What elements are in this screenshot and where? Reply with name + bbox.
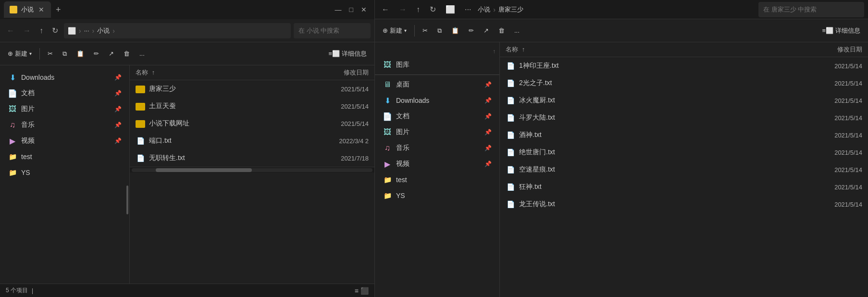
sidebar-item-ys[interactable]: 📁 YS [2, 165, 127, 180]
right-sidebar-ys[interactable]: 📁 YS [377, 188, 497, 203]
left-tab-close-button[interactable]: ✕ [37, 6, 45, 13]
right-txt-icon-9: 📄 [506, 199, 515, 209]
copy-icon: ⧉ [62, 50, 67, 58]
close-window-button[interactable]: ✕ [361, 6, 367, 13]
file-row-guangzhizi[interactable]: 📄 2光之子.txt 2021/5/14 [500, 74, 868, 92]
right-pin-pics: 📌 [484, 129, 492, 136]
right-sidebar-pics[interactable]: 🖼 图片 📌 [377, 124, 497, 140]
monitor-icon: ⬜ [68, 27, 76, 35]
right-txt-icon-3: 📄 [506, 96, 515, 105]
right-video-icon: ▶ [383, 159, 392, 169]
back-button[interactable]: ← [4, 25, 17, 37]
right-sidebar-test[interactable]: 📁 test [377, 172, 497, 187]
left-content-area: ⬇ Downloads 📌 📄 文档 📌 🖼 图片 📌 ♫ 音乐 📌 ▶ [0, 65, 374, 284]
delete-button[interactable]: 🗑 [120, 48, 134, 59]
right-pics-icon: 🖼 [383, 127, 392, 137]
cut-button[interactable]: ✂ [44, 48, 57, 59]
right-rename-button[interactable]: ✏ [465, 25, 478, 36]
right-sidebar-label-pics: 图片 [396, 128, 481, 136]
file-row-tudoutianchan[interactable]: 土豆天蚕 2021/5/14 [130, 98, 374, 115]
right-forward-button[interactable]: → [396, 3, 409, 16]
right-file-header: 名称 ↑ 修改日期 [500, 42, 868, 57]
right-new-button[interactable]: ⊕ 新建 ▾ [379, 25, 410, 37]
right-docs-icon: 📄 [383, 111, 392, 121]
right-cut-button[interactable]: ✂ [419, 25, 432, 36]
more-icon: ... [139, 50, 145, 57]
more-button[interactable]: ... [136, 48, 149, 59]
right-back-button[interactable]: ← [379, 3, 392, 16]
left-search-input[interactable] [294, 23, 371, 38]
breadcrumb-current: 小说 [97, 26, 110, 35]
left-hscrollbar[interactable] [130, 167, 374, 173]
copy-button[interactable]: ⧉ [59, 48, 71, 60]
share-button[interactable]: ↗ [105, 48, 118, 59]
right-monitor-button[interactable]: ⬜ [443, 3, 458, 16]
delete-icon: 🗑 [124, 50, 130, 57]
sidebar-item-music[interactable]: ♫ 音乐 📌 [2, 117, 127, 133]
file-row-duankou[interactable]: 📄 端口.txt 2022/3/4 2 [130, 132, 374, 149]
right-paste-button[interactable]: 📋 [447, 25, 463, 36]
right-refresh-button[interactable]: ↻ [427, 3, 439, 16]
left-tab[interactable]: 小说 ✕ [4, 1, 51, 18]
file-row-wuzhizhuansheng[interactable]: 📄 无职转生.txt 2021/7/18 [130, 149, 374, 167]
left-view-icons: ≡ ⬛ [355, 287, 369, 295]
left-toolbar: ⊕ 新建 ▾ ✂ ⧉ 📋 ✏ ↗ 🗑 ... ≡⬜ 详细信息 [0, 42, 374, 65]
right-pin-downloads: 📌 [484, 97, 492, 104]
right-more-btn[interactable]: ··· [462, 3, 474, 16]
tiles-view-button[interactable]: ⬛ [360, 287, 369, 295]
right-sidebar-label-ys: YS [396, 192, 492, 199]
right-sidebar-video[interactable]: ▶ 视频 📌 [377, 156, 497, 172]
right-sidebar-docs[interactable]: 📄 文档 📌 [377, 109, 497, 124]
details-button[interactable]: ≡⬜ 详细信息 [324, 48, 371, 60]
right-copy-button[interactable]: ⧉ [434, 25, 446, 37]
right-up-button[interactable]: ↑ [413, 3, 423, 16]
right-sidebar-gallery[interactable]: 🖼 图库 [377, 57, 497, 73]
file-row-shenyinwangzuo[interactable]: 📄 1神印王座.txt 2021/5/14 [500, 57, 868, 74]
right-sidebar-desktop[interactable]: 🖥 桌面 📌 [377, 77, 497, 92]
file-row-longwangchuanshuo[interactable]: 📄 龙王传说.txt 2021/5/14 [500, 196, 868, 213]
file-date-4: 2022/3/4 2 [311, 137, 369, 145]
file-row-jiushen[interactable]: 📄 酒神.txt 2021/5/14 [500, 126, 868, 144]
maximize-button[interactable]: □ [349, 6, 353, 13]
right-toolbar-right: ≡⬜ 详细信息 [818, 25, 864, 37]
left-file-header: 名称 ↑ 修改日期 [130, 65, 374, 80]
right-copy-icon: ⧉ [437, 27, 442, 35]
file-row-jueshetangmen[interactable]: 📄 绝世唐门.txt 2021/5/14 [500, 144, 868, 161]
up-button[interactable]: ↑ [37, 25, 46, 37]
rename-button[interactable]: ✏ [90, 48, 103, 59]
download-icon: ⬇ [8, 73, 17, 82]
left-hscroll-thumb[interactable] [156, 168, 252, 172]
right-sidebar-downloads[interactable]: ⬇ Downloads 📌 [377, 93, 497, 108]
status-sep: | [32, 287, 33, 294]
file-row-xiaoshuoxiazaiwangzhi[interactable]: 小说下载网址 2021/5/14 [130, 115, 374, 132]
right-sidebar-music[interactable]: ♫ 音乐 📌 [377, 140, 497, 156]
file-row-kuangshen[interactable]: 📄 狂神.txt 2021/5/14 [500, 178, 868, 196]
right-more-button[interactable]: ... [510, 25, 523, 36]
right-delete-button[interactable]: 🗑 [495, 25, 508, 36]
file-date-5: 2021/7/18 [311, 155, 369, 162]
right-share-button[interactable]: ↗ [480, 25, 493, 36]
sidebar-item-test[interactable]: 📁 test [2, 149, 127, 164]
file-row-kongsuxxinghen[interactable]: 📄 空速星痕.txt 2021/5/14 [500, 161, 868, 178]
minimize-button[interactable]: — [335, 6, 342, 13]
list-view-button[interactable]: ≡ [355, 287, 359, 295]
left-hscroll-track[interactable] [132, 168, 372, 172]
file-row-binghuomojie[interactable]: 📄 冰火魔厨.txt 2021/5/14 [500, 92, 868, 109]
sidebar-item-video[interactable]: ▶ 视频 📌 [2, 133, 127, 148]
refresh-button[interactable]: ↻ [49, 24, 61, 37]
right-details-button[interactable]: ≡⬜ 详细信息 [818, 25, 864, 37]
left-breadcrumb-bar[interactable]: ⬜ › ··· › 小说 › [64, 23, 291, 38]
forward-button[interactable]: → [20, 25, 34, 37]
file-row-tangjiasanshao[interactable]: 唐家三少 2021/5/14 [130, 80, 374, 98]
sidebar-item-pics[interactable]: 🖼 图片 📌 [2, 101, 127, 117]
paste-button[interactable]: 📋 [73, 48, 88, 59]
rename-icon: ✏ [94, 50, 99, 57]
sidebar-item-docs[interactable]: 📄 文档 📌 [2, 86, 127, 101]
sidebar-item-downloads[interactable]: ⬇ Downloads 📌 [2, 70, 127, 85]
new-tab-button[interactable]: + [53, 5, 64, 15]
right-search-input[interactable] [758, 2, 864, 17]
new-button[interactable]: ⊕ 新建 ▾ [4, 48, 36, 60]
gallery-icon: 🖼 [383, 60, 392, 70]
right-music-icon: ♫ [383, 143, 392, 153]
file-row-douluodalu[interactable]: 📄 斗罗大陆.txt 2021/5/14 [500, 109, 868, 126]
